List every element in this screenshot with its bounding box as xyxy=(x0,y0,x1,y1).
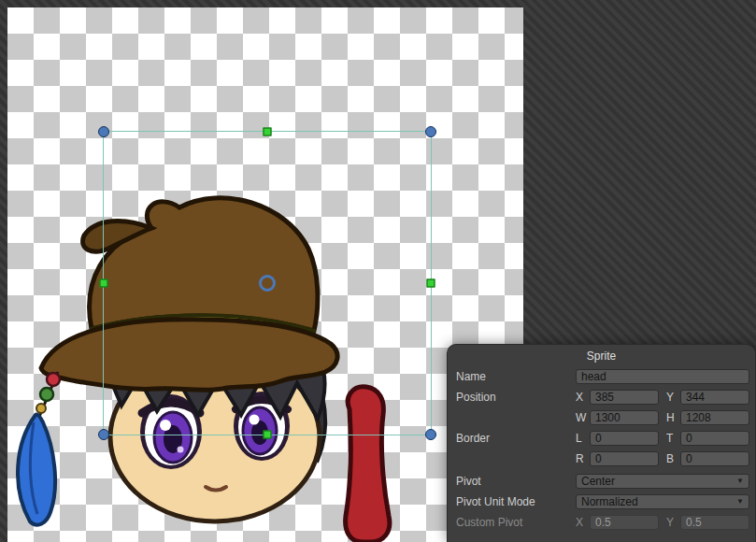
position-row-xy: Position X 385 Y 344 xyxy=(456,387,749,406)
pivot-unit-mode-row: Pivot Unit Mode Normalized ▼ xyxy=(456,492,749,511)
border-b-label: B xyxy=(666,452,678,465)
border-b-input[interactable]: 0 xyxy=(680,451,749,466)
custom-pivot-row: Custom Pivot X 0.5 Y 0.5 xyxy=(456,512,749,532)
border-l-label: L xyxy=(576,432,587,445)
position-w-input[interactable]: 1300 xyxy=(590,410,659,425)
name-label: Name xyxy=(456,370,576,383)
chevron-down-icon: ▼ xyxy=(736,498,744,506)
selection-handle-bottom-left[interactable] xyxy=(98,429,109,440)
position-row-wh: W 1300 H 1208 xyxy=(456,407,749,427)
custom-pivot-x-input: 0.5 xyxy=(590,515,659,530)
pivot-unit-mode-label: Pivot Unit Mode xyxy=(456,495,576,508)
chevron-down-icon: ▼ xyxy=(736,478,744,485)
position-y-input[interactable]: 344 xyxy=(680,390,749,405)
position-x-input[interactable]: 385 xyxy=(590,390,659,405)
name-input[interactable]: head xyxy=(576,369,749,384)
border-label: Border xyxy=(456,432,576,445)
border-r-input[interactable]: 0 xyxy=(590,451,659,466)
position-y-label: Y xyxy=(666,391,678,404)
border-row-rb: R 0 B 0 xyxy=(456,449,749,468)
name-row: Name head xyxy=(456,366,749,386)
sprite-selection-rect[interactable] xyxy=(103,131,432,435)
sprite-editor-window: Sprite Name head Position X 385 Y 344 xyxy=(0,0,756,542)
selection-handle-bottom-right[interactable] xyxy=(425,429,436,440)
custom-pivot-y-input: 0.5 xyxy=(680,515,749,530)
selection-handle-top-right[interactable] xyxy=(425,126,436,137)
selection-handle-bottom-mid[interactable] xyxy=(264,431,272,439)
pivot-handle[interactable] xyxy=(259,275,276,292)
custom-pivot-x-label: X xyxy=(576,516,587,529)
pivot-row: Pivot Center ▼ xyxy=(456,471,749,491)
pivot-unit-mode-dropdown[interactable]: Normalized ▼ xyxy=(576,494,749,509)
selection-handle-top-left[interactable] xyxy=(98,126,109,137)
pivot-unit-mode-value: Normalized xyxy=(581,495,638,508)
custom-pivot-label: Custom Pivot xyxy=(456,516,576,529)
selection-handle-left-mid[interactable] xyxy=(100,279,108,288)
selection-handle-right-mid[interactable] xyxy=(427,279,435,288)
sprite-panel: Sprite Name head Position X 385 Y 344 xyxy=(447,344,756,542)
position-h-input[interactable]: 1208 xyxy=(680,410,749,425)
position-x-label: X xyxy=(576,391,587,404)
panel-title: Sprite xyxy=(448,345,755,366)
position-h-label: H xyxy=(666,411,678,424)
position-w-label: W xyxy=(576,411,587,424)
border-l-input[interactable]: 0 xyxy=(590,431,659,446)
position-label: Position xyxy=(456,391,576,404)
selection-handle-top-mid[interactable] xyxy=(264,128,272,136)
pivot-dropdown[interactable]: Center ▼ xyxy=(576,474,749,489)
pivot-dropdown-value: Center xyxy=(581,475,615,488)
border-t-label: T xyxy=(666,432,678,445)
border-row-lt: Border L 0 T 0 xyxy=(456,428,749,448)
pivot-label: Pivot xyxy=(456,475,576,488)
border-t-input[interactable]: 0 xyxy=(680,431,749,446)
border-r-label: R xyxy=(576,452,587,465)
custom-pivot-y-label: Y xyxy=(666,516,678,529)
